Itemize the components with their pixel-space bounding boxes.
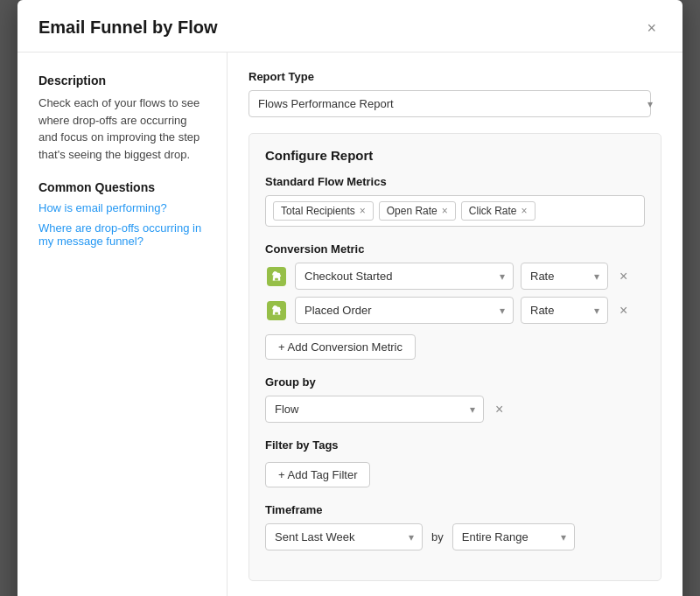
conversion-row-1: Checkout Started Placed Order Active on … [265,263,645,290]
tag-remove-open-rate[interactable]: × [442,206,448,216]
conversion-row-2: Checkout Started Placed Order Active on … [265,297,645,324]
tag-open-rate: Open Rate × [379,201,456,221]
report-type-select[interactable]: Flows Performance Report [248,90,651,117]
tag-total-recipients: Total Recipients × [273,201,374,221]
questions-list: How is email performing? Where are drop-… [38,201,206,248]
conversion-metric-label: Conversion Metric [265,242,645,256]
timeframe-label: Timeframe [265,503,645,516]
modal-header: Email Funnel by Flow × [18,0,682,53]
questions-heading: Common Questions [38,180,206,194]
standard-flow-metrics-tags: Total Recipients × Open Rate × Click Rat… [265,195,645,227]
configure-title: Configure Report [265,148,645,163]
description-text: Check each of your flows to see where dr… [38,95,206,163]
timeframe-range-select-wrapper: Entire Range Custom Range [452,523,575,550]
tag-remove-total-recipients[interactable]: × [360,206,366,216]
remove-checkout-started-button[interactable]: × [615,268,632,285]
configure-report-box: Configure Report Standard Flow Metrics T… [248,133,662,581]
left-panel: Description Check each of your flows to … [18,53,228,596]
remove-placed-order-button[interactable]: × [615,302,632,319]
report-type-select-wrapper: Flows Performance Report [248,90,662,117]
checkout-started-select[interactable]: Checkout Started Placed Order Active on … [295,263,514,290]
group-by-section: Group by Flow × [265,375,645,423]
conversion-metric-section: Conversion Metric [265,242,645,360]
placed-order-select-wrapper: Checkout Started Placed Order Active on … [295,297,514,324]
tag-click-rate: Click Rate × [461,201,536,221]
tag-label: Click Rate [469,205,517,217]
shopify-icon-2 [265,299,288,322]
add-conversion-metric-button[interactable]: + Add Conversion Metric [265,334,416,360]
shopify-icon-1 [265,265,288,288]
question-item-2[interactable]: Where are drop-offs occurring in my mess… [38,221,206,248]
add-tag-filter-button[interactable]: + Add Tag Filter [265,462,370,487]
standard-flow-metrics-label: Standard Flow Metrics [265,175,645,188]
svg-rect-3 [275,312,278,314]
placed-order-rate-select-wrapper: Rate Count Revenue [521,297,608,324]
filter-by-tags-label: Filter by Tags [265,438,645,452]
checkout-rate-select[interactable]: Rate Count Revenue [521,263,608,290]
timeframe-row: Sent Last Week Sent Last Month Sent Last… [265,523,645,550]
question-item-1[interactable]: How is email performing? [38,201,206,214]
modal-body: Description Check each of your flows to … [18,53,682,596]
checkout-rate-select-wrapper: Rate Count Revenue [521,263,608,290]
tag-label: Total Recipients [281,205,355,217]
modal-title: Email Funnel by Flow [38,18,217,38]
close-button[interactable]: × [641,18,662,38]
timeframe-sent-select[interactable]: Sent Last Week Sent Last Month Sent Last… [265,523,423,550]
modal-overlay: Email Funnel by Flow × Description Check… [0,0,700,596]
by-label: by [431,530,444,543]
group-by-row: Flow × [265,396,645,423]
tag-remove-click-rate[interactable]: × [521,206,527,216]
placed-order-rate-select[interactable]: Rate Count Revenue [521,297,608,324]
group-by-select[interactable]: Flow [265,396,484,423]
timeframe-section: Timeframe Sent Last Week Sent Last Month… [265,503,645,550]
right-panel: Report Type Flows Performance Report Con… [228,53,682,596]
standard-flow-metrics-section: Standard Flow Metrics Total Recipients ×… [265,175,645,227]
checkout-started-select-wrapper: Checkout Started Placed Order Active on … [295,263,514,290]
placed-order-select[interactable]: Checkout Started Placed Order Active on … [295,297,514,324]
timeframe-sent-select-wrapper: Sent Last Week Sent Last Month Sent Last… [265,523,423,550]
timeframe-range-select[interactable]: Entire Range Custom Range [452,523,575,550]
tag-label: Open Rate [387,205,438,217]
group-by-select-wrapper: Flow [265,396,484,423]
svg-rect-1 [275,277,278,280]
description-heading: Description [38,74,206,88]
remove-group-by-button[interactable]: × [491,401,508,418]
filter-by-tags-section: Filter by Tags + Add Tag Filter [265,438,645,487]
group-by-label: Group by [265,375,645,389]
modal-container: Email Funnel by Flow × Description Check… [18,0,682,596]
report-type-section: Report Type Flows Performance Report [248,70,662,117]
report-type-label: Report Type [248,70,662,83]
